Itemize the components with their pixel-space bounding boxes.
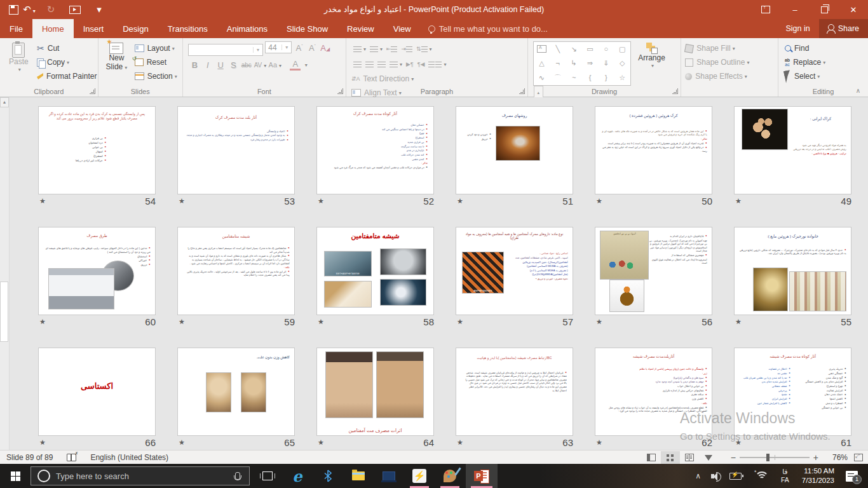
font-name-combo[interactable]: ▾ [188,44,263,56]
tab-design[interactable]: Design [113,19,158,38]
slide-thumbnail-52[interactable]: آثار کوتاه مدت مصرف کرک◄خشکی دهان◄در دست… [316,106,434,194]
bold-button[interactable]: B [189,60,200,70]
zoom-out-button[interactable]: − [727,452,740,463]
cut-button[interactable]: ✂Cut [37,41,97,55]
slide-thumbnail-64[interactable]: اثرات مصرف مت آمفتامین [316,348,434,436]
wifi-icon[interactable]: * [756,471,768,480]
bullets-button[interactable]: ▾ [353,46,366,52]
sign-in-button[interactable]: Sign in [776,19,818,38]
slide-thumbnail-59[interactable]: شیشه متامفتامین◄متامفتامین یک ماده محرک … [177,227,295,315]
select-button[interactable]: Select▾ [785,69,868,83]
paragraph-dialog-launcher[interactable] [519,88,525,94]
taskbar-bluetooth-button[interactable] [313,464,342,488]
restore-button[interactable] [810,0,839,19]
align-left-button[interactable] [353,62,362,67]
strikethrough-button[interactable]: abc [241,62,252,69]
underline-button[interactable]: U [215,60,226,70]
close-button[interactable]: ✕ [839,0,868,19]
zoom-level[interactable]: 76% [827,453,848,462]
start-button[interactable] [0,464,31,488]
slide-thumbnail-50[interactable]: کرک هروئین ( هروئین فشرده )◄این ماده هما… [595,106,712,194]
volume-icon[interactable] [711,474,714,478]
slide-thumbnail-58[interactable]: شیشه متامفتامینMETHAMPHETAMINE [316,227,434,315]
zoom-slider[interactable] [740,457,810,458]
clipboard-dialog-launcher[interactable] [90,88,95,94]
reading-view-button[interactable] [680,451,699,464]
slide-thumbnail-57[interactable]: نوع ماده: داروهای محرک آمفتامین ها و شبه… [456,227,573,315]
slide-thumbnail-61[interactable]: آثار کوتاه مدت مصرف شیشه◄تحریک پذیری◄خست… [734,348,851,436]
find-button[interactable]: Find [785,41,868,55]
grow-font-button[interactable]: Aˆ [294,43,305,53]
scrollbar-thumb[interactable] [0,281,8,342]
layout-button[interactable]: Layout▾ [135,41,177,55]
spell-check-icon[interactable] [67,454,76,461]
tab-file[interactable]: File [0,19,32,38]
microphone-icon[interactable] [235,472,240,480]
clear-formatting-button[interactable]: A◢ [320,43,330,53]
copy-button[interactable]: Copy▾ [37,55,97,69]
shape-effects-button[interactable]: Shape Effects▾ [685,69,778,83]
taskbar-computer-button[interactable] [374,464,403,488]
text-box-shape-icon[interactable] [537,45,546,53]
numbering-button[interactable]: ▾ [370,46,383,52]
drawing-dialog-launcher[interactable] [672,88,678,94]
share-button[interactable]: Share [819,19,868,38]
taskbar-paint-button[interactable] [435,464,465,488]
task-view-button[interactable] [254,464,281,488]
font-color-button[interactable]: A [290,59,301,71]
taskbar-search-box[interactable]: Type here to search [31,466,250,485]
line-spacing-button[interactable]: ⇅▾ [416,46,432,52]
taskbar-edge-button[interactable]: e [283,464,312,488]
increase-indent-button[interactable]: ⇥ [401,46,412,52]
fit-to-window-icon[interactable] [854,454,863,461]
battery-icon[interactable] [729,473,742,480]
right-to-left-button[interactable]: ¶◀ [417,61,425,67]
align-right-button[interactable] [377,62,386,67]
change-case-button[interactable]: Aa▾ [269,61,281,69]
left-to-right-button[interactable]: ▶¶ [406,61,414,67]
slide-thumbnail-56[interactable]: آمپول بی بی نور انجکشن◄قاچاقچیان دارو در… [595,227,712,315]
scroll-up-arrow-icon[interactable]: ▲ [0,97,9,107]
slide-thumbnail-53[interactable]: آثار بلند مدت مصرف کرک◄اعتیاد و وابستگی◄… [177,106,295,194]
tray-chevron-icon[interactable]: ∧ [690,471,706,480]
minimize-button[interactable]: – [780,0,810,19]
tab-slide-show[interactable]: Slide Show [277,19,337,38]
language-switcher[interactable]: فاFA [775,468,796,484]
action-center-icon[interactable]: 1 [846,471,858,482]
shape-outline-button[interactable]: Shape Outline▾ [685,55,778,69]
slideshow-view-button[interactable] [699,451,718,464]
collapse-ribbon-button[interactable]: ∧ [856,87,860,94]
new-slide-button[interactable]: New Slide▾ [102,41,132,73]
tab-view[interactable]: View [384,19,421,38]
replace-button[interactable]: abacReplace▾ [785,55,868,69]
slide-thumbnail-66[interactable]: اکستاسی [38,348,156,436]
slide-thumbnail-51[interactable]: روشهای مصرف◄خوردن و دود کردن◄تزریق [456,106,573,194]
shrink-font-button[interactable]: Aˇ [307,43,318,53]
normal-view-button[interactable] [642,451,661,464]
taskbar-clock[interactable]: 11:50 AM7/31/2023 [796,466,841,485]
zoom-slider-thumb[interactable] [766,454,770,461]
slide-thumbnail-63[interactable]: BCارتباط مصرف شیشه (متامفتامین )با ایدز … [456,348,573,436]
tell-me-box[interactable]: Tell me what you want to do... [421,19,555,38]
slide-thumbnail-55[interactable]: خانواده نورجیزک ( هروئین مایع ):◄حدود ۴ … [734,227,851,315]
shapes-gallery[interactable]: ╲↘▭○▢ △¬↳⇒⇓◇ ∿⌒~{}☆ [533,41,631,86]
taskbar-file-explorer-button[interactable] [344,464,373,488]
slide-thumbnail-60[interactable]: طرق مصرف◄تدخین ( این ماده را در داخل لام… [38,227,156,315]
tab-animations[interactable]: Animations [217,19,277,38]
language-indicator[interactable]: English (United States) [90,453,168,462]
text-direction-button[interactable]: ⇵AText Direction▾ [351,72,436,86]
tab-insert[interactable]: Insert [74,19,114,38]
reset-button[interactable]: Reset [135,55,177,69]
tab-home[interactable]: Home [32,19,74,38]
text-shadow-button[interactable]: S [228,60,239,70]
slide-thumbnail-65[interactable]: کاهش وزن بدون علت. [177,348,295,436]
font-size-combo[interactable]: 44▾ [265,41,292,53]
slide-thumbnail-49[interactable]: کراک ایرانی :به همراه مواد افزودنی دیگر … [734,106,851,194]
slide-thumbnail-54[interactable]: پس از وابستگی جسمی به کرک بدن فرد به این… [38,106,156,194]
italic-button[interactable]: I [202,60,213,70]
columns-button[interactable]: ▾ [428,62,446,67]
tab-review[interactable]: Review [337,19,384,38]
font-dialog-launcher[interactable] [337,88,343,94]
ribbon-display-options-button[interactable] [751,0,780,19]
arrange-button[interactable]: Arrange▾ [634,41,669,70]
